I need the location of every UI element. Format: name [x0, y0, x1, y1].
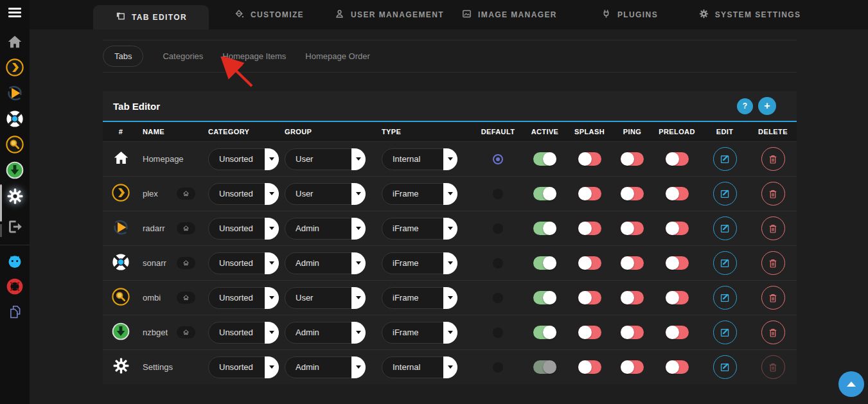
delete-button[interactable] [761, 147, 785, 171]
nav-tab-user-management[interactable]: USER MANAGEMENT [329, 0, 449, 30]
active-toggle[interactable] [533, 152, 556, 166]
hamburger-menu-icon[interactable] [8, 8, 21, 18]
active-toggle[interactable] [533, 256, 556, 270]
edit-button[interactable] [713, 182, 737, 206]
category-select[interactable]: Unsorted [208, 148, 279, 170]
sidebar-item-logout[interactable] [0, 215, 30, 241]
sidebar-scrollbar[interactable] [0, 184, 2, 222]
type-select[interactable]: Internal [382, 356, 457, 378]
default-radio[interactable] [493, 328, 503, 338]
preload-toggle[interactable] [666, 187, 689, 200]
category-select[interactable]: Unsorted [208, 287, 279, 309]
category-select[interactable]: Unsorted [208, 218, 279, 240]
tab-name: nzbget [143, 328, 168, 337]
add-tab-button[interactable]: + [758, 97, 776, 115]
ping-toggle[interactable] [621, 291, 644, 304]
group-select[interactable]: Admin [285, 218, 366, 240]
splash-toggle[interactable] [578, 187, 601, 200]
delete-button[interactable] [761, 286, 785, 310]
edit-button[interactable] [713, 286, 737, 310]
group-select[interactable]: User [285, 148, 366, 170]
nav-tab-plugins[interactable]: PLUGINS [569, 0, 689, 30]
splash-toggle[interactable] [578, 152, 601, 166]
edit-button[interactable] [713, 355, 737, 379]
type-select[interactable]: iFrame [382, 183, 457, 205]
sidebar-item-home[interactable] [0, 30, 30, 56]
delete-button[interactable] [761, 182, 785, 206]
default-radio[interactable] [493, 154, 503, 164]
sidebar-item-github[interactable] [0, 249, 30, 275]
type-select[interactable]: iFrame [382, 218, 457, 240]
sidebar-item-nzbget[interactable] [0, 159, 30, 184]
group-select[interactable]: Admin [285, 322, 366, 344]
delete-button[interactable] [761, 321, 785, 344]
ping-toggle[interactable] [621, 326, 644, 339]
splash-toggle[interactable] [578, 291, 601, 304]
ping-toggle[interactable] [621, 152, 644, 166]
nav-tab-system-settings[interactable]: SYSTEM SETTINGS [689, 0, 810, 30]
sidebar-item-sonarr[interactable] [0, 107, 30, 133]
default-radio[interactable] [493, 258, 503, 268]
sidebar-item-settings-gear[interactable] [0, 184, 30, 210]
preload-toggle[interactable] [666, 256, 689, 270]
ping-toggle[interactable] [621, 187, 644, 200]
delete-button[interactable] [761, 216, 785, 240]
group-select[interactable]: User [285, 183, 366, 205]
ping-toggle[interactable] [621, 360, 644, 374]
default-radio[interactable] [493, 224, 503, 234]
sidebar-item-plex[interactable] [0, 56, 30, 82]
default-radio[interactable] [493, 189, 503, 199]
active-toggle[interactable] [533, 291, 556, 304]
active-toggle[interactable] [533, 187, 556, 200]
edit-button[interactable] [713, 321, 737, 344]
chevron-down-icon [443, 218, 457, 240]
type-select[interactable]: iFrame [382, 287, 457, 309]
subtab-tabs[interactable]: Tabs [103, 46, 143, 67]
default-radio[interactable] [493, 293, 503, 303]
sidebar-item-radarr[interactable] [0, 82, 30, 107]
group-select[interactable]: User [285, 287, 366, 309]
sidebar-item-ombi[interactable] [0, 133, 30, 159]
nav-tab-customize[interactable]: CUSTOMIZE [209, 0, 329, 30]
tab-name: Homepage [143, 154, 184, 164]
group-select[interactable]: Admin [285, 252, 366, 274]
edit-button[interactable] [713, 216, 737, 240]
preload-toggle[interactable] [666, 291, 689, 304]
splash-toggle[interactable] [578, 256, 601, 270]
active-toggle[interactable] [533, 326, 556, 339]
ping-toggle[interactable] [621, 256, 644, 270]
nav-tab-image-manager[interactable]: IMAGE MANAGER [449, 0, 569, 30]
splash-toggle[interactable] [578, 222, 601, 235]
edit-button[interactable] [713, 147, 737, 171]
category-select[interactable]: Unsorted [208, 356, 279, 378]
active-toggle[interactable] [533, 222, 556, 235]
preload-toggle[interactable] [666, 326, 689, 339]
subtab-categories[interactable]: Categories [163, 51, 203, 61]
group-select[interactable]: Admin [285, 356, 366, 378]
nav-tab-label: USER MANAGEMENT [351, 10, 444, 19]
scroll-to-top-button[interactable] [838, 371, 864, 397]
type-select[interactable]: iFrame [382, 252, 457, 274]
preload-toggle[interactable] [666, 222, 689, 235]
category-select[interactable]: Unsorted [208, 183, 279, 205]
type-select[interactable]: Internal [382, 148, 457, 170]
preload-toggle[interactable] [666, 360, 689, 374]
subtab-homepage-items[interactable]: Homepage Items [222, 51, 286, 61]
default-radio[interactable] [493, 362, 503, 373]
delete-button[interactable] [761, 355, 785, 379]
delete-button[interactable] [761, 251, 785, 275]
tab-editor-nav-tab[interactable]: TAB EDITOR [93, 5, 209, 30]
splash-toggle[interactable] [578, 360, 601, 374]
help-button[interactable]: ? [737, 98, 753, 114]
edit-button[interactable] [713, 251, 737, 275]
sidebar-item-docs-pages[interactable] [0, 301, 30, 326]
ping-toggle[interactable] [621, 222, 644, 235]
category-select[interactable]: Unsorted [208, 252, 279, 274]
type-select[interactable]: iFrame [382, 322, 457, 344]
subtab-homepage-order[interactable]: Homepage Order [305, 51, 369, 61]
preload-toggle[interactable] [666, 152, 689, 166]
category-select[interactable]: Unsorted [208, 322, 279, 344]
sidebar-item-support-lifebuoy[interactable] [0, 275, 30, 301]
splash-toggle[interactable] [578, 326, 601, 339]
active-toggle[interactable] [533, 360, 556, 374]
